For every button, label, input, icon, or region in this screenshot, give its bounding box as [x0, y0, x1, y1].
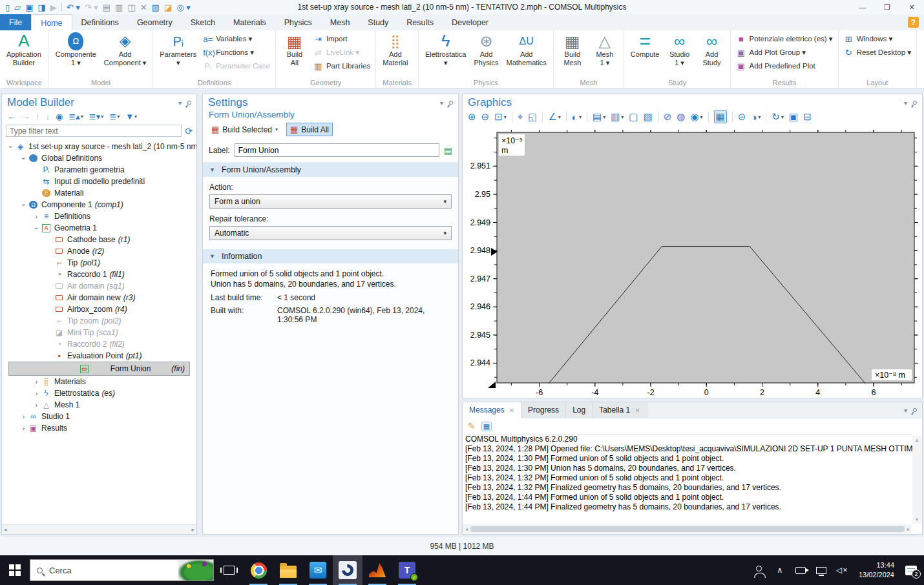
add-study-button[interactable]: ∞AddStudy [695, 31, 728, 79]
action-select[interactable]: Form a union▾ [209, 194, 452, 209]
show-icon[interactable]: ◉ [56, 112, 63, 121]
redo-icon[interactable]: ↷ ▾ [85, 3, 98, 12]
expand-icon[interactable]: ≣▾▾ [89, 112, 103, 121]
zoom-box-icon[interactable]: ⊡▾ [494, 111, 507, 123]
functions-button[interactable]: f(x)Functions ▾ [203, 46, 270, 58]
deselect-box-icon[interactable]: ▧ [644, 111, 653, 123]
tree-item[interactable]: ›ΩComponente 1(comp1) [2, 199, 196, 210]
help-button[interactable]: ? [908, 17, 919, 28]
tab-progress[interactable]: Progress [521, 402, 566, 418]
tree-item[interactable]: Air domain new(r3) [2, 292, 196, 303]
build-all-geometry-button[interactable]: ▦BuildAll [278, 31, 311, 79]
fit-width-icon[interactable]: ◱ [528, 111, 537, 123]
node-label-icon[interactable]: ≣▾ [109, 112, 120, 121]
add-material-button[interactable]: ⣿AddMaterial [379, 31, 412, 79]
minimize-button[interactable]: — [850, 0, 875, 14]
mesh-1-button[interactable]: △Mesh1 ▾ [589, 31, 621, 79]
tree-item[interactable]: ›▣Results [2, 422, 196, 434]
duplicate-icon[interactable]: ◫ [127, 3, 135, 12]
windows-button[interactable]: ⊞Windows ▾ [844, 33, 911, 45]
refresh-icon[interactable]: ⟳ [185, 126, 193, 136]
tree-item[interactable]: ›∞Studio 1 [2, 411, 196, 422]
tree-item[interactable]: Airbox_zoom(r4) [2, 303, 196, 315]
pin-icon[interactable] [912, 407, 918, 413]
tab-sketch[interactable]: Sketch [182, 14, 224, 30]
tree-item[interactable]: PᵢParametri geometria [2, 164, 196, 176]
matlab-button[interactable] [362, 555, 392, 585]
build-mesh-button[interactable]: ▦BuildMesh [556, 31, 589, 79]
tree-expander-icon[interactable]: › [19, 425, 28, 432]
tree-item[interactable]: ◔Raccordo 1(fil1) [2, 269, 196, 280]
plot-canvas[interactable]: -6-4-202462.9512.952.9492.9482.9472.9462… [463, 130, 922, 398]
import-button[interactable]: ⇥Import [313, 33, 370, 45]
forward-icon[interactable]: → [21, 112, 30, 121]
material-rendering-icon[interactable]: ◑▾ [751, 112, 761, 123]
meet-now-button[interactable] [792, 555, 810, 585]
file-explorer-button[interactable] [273, 555, 303, 585]
tab-study[interactable]: Study [359, 14, 397, 30]
zoom-extents-icon[interactable]: ⌖ [518, 111, 523, 123]
tree-item[interactable]: Anode(r2) [2, 245, 196, 257]
tab-messages[interactable]: Messages✕ [463, 402, 521, 418]
find-icon[interactable]: ◎ ▾ [176, 3, 190, 12]
mail-button[interactable]: ✉ [303, 555, 333, 585]
geometry-plot[interactable]: -6-4-202462.9512.952.9492.9482.9472.9462… [463, 130, 922, 398]
variables-button[interactable]: a=Variables ▾ [203, 33, 270, 45]
tree-item[interactable]: Cathode base(r1) [2, 234, 196, 245]
hide-objects-icon[interactable]: ⊘ [664, 111, 672, 123]
section-information[interactable]: ▼ Information [203, 249, 458, 263]
panel-menu-icon[interactable]: ▾ [178, 99, 182, 107]
tree-item[interactable]: ⠿Materiali [2, 187, 196, 199]
tab-mesh[interactable]: Mesh [321, 14, 359, 30]
tab-geometry[interactable]: Geometry [128, 14, 182, 30]
move-up-icon[interactable]: ↑ [36, 112, 40, 121]
select-box-icon[interactable]: ▧ [152, 3, 160, 12]
zoom-out-icon[interactable]: ⊖ [481, 111, 490, 123]
clear-messages-icon[interactable]: ✎ [468, 421, 476, 431]
panel-menu-icon[interactable]: ▾ [440, 99, 443, 107]
tree-item[interactable]: ›ϟElettrostatica(es) [2, 387, 196, 399]
tree-expander-icon[interactable]: › [20, 154, 27, 163]
filter-icon[interactable]: ▼▾ [125, 112, 137, 121]
add-plot-group-button[interactable]: ▣Add Plot Group ▾ [736, 46, 832, 58]
pin-icon[interactable] [912, 100, 918, 105]
move-down-icon[interactable]: ↓ [46, 112, 50, 121]
network-button[interactable] [812, 555, 830, 585]
tab-definitions[interactable]: Definitions [72, 14, 128, 30]
tree-item[interactable]: ›◈1st set-up xray source - mesh lati_2 (… [2, 141, 196, 152]
build-all-button[interactable]: ▦ Build All [286, 123, 333, 136]
tree-expander-icon[interactable]: › [7, 142, 14, 152]
tab-file[interactable]: File [0, 14, 31, 30]
tree-item[interactable]: ⇆Input di modello predefiniti [2, 176, 196, 187]
taskbar-clock[interactable]: 13:44 13/02/2024 [854, 560, 899, 580]
repair-select[interactable]: Automatic▾ [209, 226, 452, 240]
go-to-view-icon[interactable]: ∠▾ [548, 111, 560, 123]
panel-menu-icon[interactable]: ▾ [904, 99, 907, 107]
close-tab-icon[interactable]: ✕ [635, 407, 640, 414]
tree-expander-icon[interactable]: › [33, 223, 40, 233]
tree-expander-icon[interactable]: › [32, 390, 41, 397]
messages-vscrollbar[interactable]: ▴▾ [912, 436, 921, 524]
comsol-button[interactable] [333, 555, 362, 585]
tree-item[interactable]: ›△Mesh 1 [2, 399, 196, 411]
compute-button[interactable]: =Compute [627, 31, 664, 79]
tree-expander-icon[interactable]: › [19, 413, 28, 420]
studio-1-button[interactable]: ∞Studio1 ▾ [663, 31, 695, 79]
people-tray-button[interactable] [750, 555, 768, 585]
pin-icon[interactable] [187, 100, 192, 105]
tree-item[interactable]: ⌐Tip zoom(pol2) [2, 315, 196, 327]
parameter-case-button[interactable]: PᵢParameter Case [203, 60, 270, 72]
tree-item[interactable]: ›AGeometria 1 [2, 222, 196, 234]
tree-item[interactable]: ⌐Tip(pol1) [2, 257, 196, 269]
chrome-button[interactable] [244, 555, 273, 585]
livelink-button[interactable]: ⇄LiveLink ▾ [313, 46, 370, 58]
panel-menu-icon[interactable]: ▾ [904, 407, 907, 414]
restore-button[interactable]: ❐ [875, 0, 899, 14]
tab-materials[interactable]: Materials [224, 14, 275, 30]
open-icon[interactable]: ▱ [14, 3, 21, 12]
tab-home[interactable]: Home [31, 14, 72, 30]
save-as-icon[interactable]: ◨ [37, 3, 45, 12]
task-view-button[interactable] [214, 555, 244, 585]
parameters-button[interactable]: PᵢParameters▾ [156, 31, 200, 79]
tab-log[interactable]: Log [566, 402, 593, 418]
